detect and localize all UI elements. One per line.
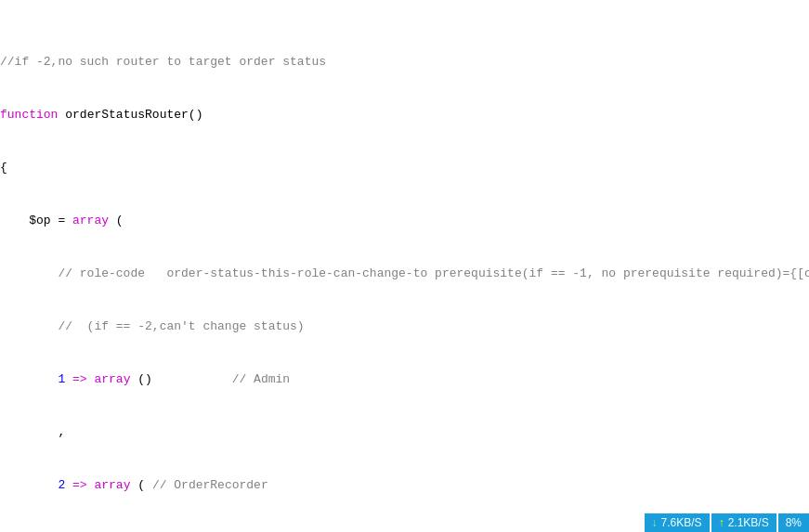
line-5: // role-code order-status-this-role-can-… (0, 265, 809, 282)
cpu-value: 8% (786, 516, 802, 529)
download-speed: ↓ 7.6KB/S (645, 513, 710, 532)
line-9: 2 => array ( // OrderRecorder (0, 476, 809, 494)
line-1: //if -2,no such router to target order s… (0, 53, 809, 71)
line-2: function orderStatusRouter() (0, 106, 809, 123)
line-6: // (if == -2,can't change status) (0, 318, 809, 335)
editor-container: //if -2,no such router to target order s… (0, 0, 809, 532)
line-4: $op = array ( (0, 212, 809, 229)
download-arrow-icon: ↓ (652, 516, 658, 529)
line-7: 1 => array () // Admin (0, 370, 809, 388)
line-3: { (0, 159, 809, 176)
cpu-usage: 8% (778, 513, 809, 532)
status-bar: ↓ 7.6KB/S ↑ 2.1KB/S 8% (645, 513, 809, 532)
upload-speed-value: 2.1KB/S (728, 516, 769, 529)
line-8: , (0, 423, 809, 441)
code-area[interactable]: //if -2,no such router to target order s… (0, 0, 809, 532)
download-speed-value: 7.6KB/S (661, 516, 702, 529)
upload-speed: ↑ 2.1KB/S (711, 513, 776, 532)
upload-arrow-icon: ↑ (719, 516, 724, 529)
